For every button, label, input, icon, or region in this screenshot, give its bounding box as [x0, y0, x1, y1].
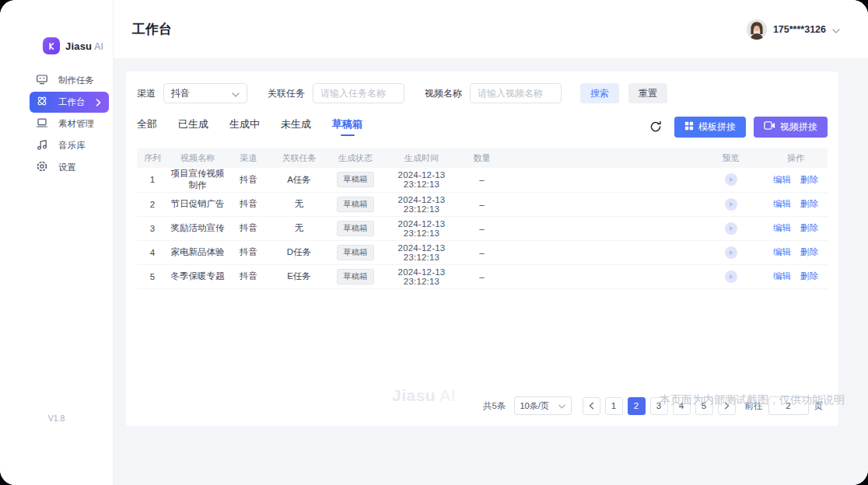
cell-channel: 抖音: [227, 216, 270, 240]
page-title: 工作台: [132, 20, 172, 38]
tabs-bar: 全部 已生成 生成中 未生成 草稿箱 模板拼接: [137, 115, 828, 138]
video-camera-icon: [764, 121, 775, 132]
cell-count: –: [460, 264, 503, 288]
status-badge: 草稿箱: [337, 172, 374, 187]
cell-task: 无: [270, 216, 328, 240]
cell-time: 2024-12-13 23:12:13: [383, 192, 460, 216]
edit-link[interactable]: 编辑: [773, 175, 791, 184]
col-count: 数量: [460, 148, 503, 168]
cell-time: 2024-12-13 23:12:13: [383, 264, 460, 288]
page-size-value: 10条/页: [520, 400, 549, 412]
play-preview-icon[interactable]: [725, 246, 737, 259]
col-actions: 操作: [764, 148, 828, 168]
cell-channel: 抖音: [227, 192, 270, 216]
app-version: V1.8: [0, 413, 113, 423]
chevron-down-icon: [558, 401, 565, 410]
channel-select-value: 抖音: [171, 87, 190, 100]
reset-button[interactable]: 重置: [628, 83, 667, 103]
status-badge: 草稿箱: [337, 197, 374, 212]
delete-link[interactable]: 删除: [800, 175, 818, 184]
task-input[interactable]: [313, 83, 404, 103]
sidebar-nav: 制作任务 工作台 素材管理 音乐库: [0, 70, 113, 178]
sidebar-item-workbench[interactable]: 工作台: [30, 92, 109, 113]
sidebar-item-materials[interactable]: 素材管理: [30, 113, 109, 134]
cell-video-name: 奖励活动宣传: [168, 216, 227, 240]
table-row: 3 奖励活动宣传 抖音 无 草稿箱 2024-12-13 23:12:13 – …: [137, 216, 828, 240]
sidebar-item-label: 音乐库: [58, 140, 86, 152]
cell-task: E任务: [270, 264, 328, 288]
delete-link[interactable]: 删除: [800, 223, 818, 232]
col-preview: 预览: [698, 148, 764, 168]
status-badge: 草稿箱: [337, 269, 374, 284]
brand-logo-icon: [43, 37, 60, 54]
refresh-icon[interactable]: [649, 120, 662, 133]
search-button[interactable]: 搜索: [580, 83, 619, 103]
cell-count: –: [460, 168, 503, 192]
user-menu[interactable]: 175****3126: [747, 19, 840, 40]
video-join-button[interactable]: 视频拼接: [754, 117, 828, 138]
cell-task: D任务: [270, 240, 328, 264]
delete-link[interactable]: 删除: [800, 271, 818, 281]
video-name-label: 视频名称: [425, 87, 462, 100]
total-count: 共5条: [483, 400, 506, 412]
play-preview-icon[interactable]: [725, 173, 737, 186]
edit-link[interactable]: 编辑: [773, 223, 791, 232]
edit-link[interactable]: 编辑: [773, 247, 791, 256]
brand-name: JiasuAI: [65, 40, 103, 52]
chevron-down-icon: [832, 23, 840, 37]
cell-count: –: [460, 240, 503, 264]
delete-link[interactable]: 删除: [800, 247, 818, 256]
video-name-input[interactable]: [470, 83, 562, 103]
sidebar-item-label: 制作任务: [58, 75, 94, 86]
chevron-right-icon: [96, 99, 101, 106]
brand-logo: JiasuAI: [0, 0, 113, 54]
table-header-row: 序列 视频名称 渠道 关联任务 生成状态 生成时间 数量 预览 操作: [137, 148, 828, 168]
tab-all[interactable]: 全部: [137, 117, 157, 136]
cell-video-name: 家电新品体验: [168, 240, 227, 264]
top-bar: 工作台 175****3126: [114, 0, 868, 59]
cell-time: 2024-12-13 23:12:13: [383, 216, 460, 240]
cell-time: 2024-12-13 23:12:13: [383, 168, 460, 192]
channel-label: 渠道: [137, 87, 156, 100]
tab-generated[interactable]: 已生成: [178, 117, 208, 136]
cell-index: 5: [137, 264, 168, 288]
tab-generating[interactable]: 生成中: [229, 117, 260, 136]
delete-link[interactable]: 删除: [800, 199, 818, 208]
col-channel: 渠道: [227, 148, 270, 168]
board-icon: [36, 73, 48, 89]
table-row: 1 项目宣传视频制作 抖音 A任务 草稿箱 2024-12-13 23:12:1…: [137, 168, 828, 192]
sidebar-item-music-library[interactable]: 音乐库: [30, 135, 109, 156]
edit-link[interactable]: 编辑: [773, 271, 791, 281]
template-icon: [684, 121, 694, 133]
col-time: 生成时间: [383, 148, 460, 168]
watermark-suffix: AI: [439, 386, 456, 404]
cell-channel: 抖音: [227, 168, 270, 192]
content-panel: 渠道 抖音 关联任务 视频名称 搜索 重置 全部 已生成: [126, 72, 838, 426]
sidebar-item-label: 工作台: [58, 96, 86, 108]
sidebar-item-production-tasks[interactable]: 制作任务: [30, 70, 109, 91]
col-status: 生成状态: [328, 148, 383, 168]
cell-time: 2024-12-13 23:12:13: [383, 240, 460, 264]
cell-count: –: [460, 192, 503, 216]
filter-bar: 渠道 抖音 关联任务 视频名称 搜索 重置: [137, 82, 828, 104]
template-join-button[interactable]: 模板拼接: [674, 117, 746, 138]
sidebar-item-label: 设置: [58, 162, 76, 173]
cell-channel: 抖音: [227, 264, 270, 288]
play-preview-icon[interactable]: [725, 222, 737, 235]
play-preview-icon[interactable]: [725, 198, 737, 211]
materials-icon: [36, 117, 48, 132]
edit-link[interactable]: 编辑: [773, 199, 791, 208]
play-preview-icon[interactable]: [725, 270, 737, 283]
prev-page-button[interactable]: [583, 397, 600, 415]
sidebar-item-settings[interactable]: 设置: [30, 157, 109, 178]
status-badge: 草稿箱: [337, 221, 374, 236]
table-row: 5 冬季保暖专题 抖音 E任务 草稿箱 2024-12-13 23:12:13 …: [137, 264, 828, 288]
page-button-2[interactable]: 2: [628, 397, 646, 415]
workbench-icon: [36, 95, 48, 110]
page-button-1[interactable]: 1: [605, 397, 623, 415]
page-size-select[interactable]: 10条/页: [514, 396, 572, 415]
tab-drafts[interactable]: 草稿箱: [332, 117, 362, 136]
status-badge: 草稿箱: [337, 245, 374, 260]
tab-not-generated[interactable]: 未生成: [281, 117, 311, 136]
channel-select[interactable]: 抖音: [163, 83, 247, 103]
